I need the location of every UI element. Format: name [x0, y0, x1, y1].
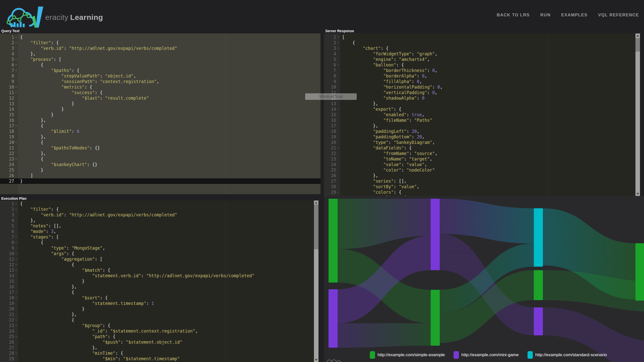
fold-arrow-icon[interactable]: ▾ [14, 123, 18, 129]
legend-item[interactable]: http://example.com/simple-example [370, 351, 445, 359]
fold-arrow-icon[interactable]: ▾ [14, 40, 18, 46]
nav-item-run[interactable]: RUN [540, 13, 551, 18]
fold-spacer [14, 312, 18, 317]
fold-arrow-icon[interactable]: ▾ [14, 62, 18, 68]
sankey-node-simple-example-step-4[interactable] [635, 243, 644, 301]
legend-item[interactable]: http://example.com/mini-game [454, 351, 519, 359]
code-text: "sessionPath": "context.registration", [18, 79, 159, 84]
nav-item-examples[interactable]: EXAMPLES [561, 13, 588, 18]
sankey-node-standard-scenario-step-3[interactable] [534, 208, 543, 267]
fold-arrow-icon[interactable]: ▾ [14, 34, 18, 40]
fold-arrow-icon[interactable]: ▾ [14, 295, 18, 301]
fold-arrow-icon[interactable]: ▾ [14, 201, 18, 207]
code-line: 28▾ "minTime": { [0, 350, 318, 356]
nav-item-back-to-lrs[interactable]: BACK TO LRS [497, 13, 530, 18]
fold-arrow-icon[interactable]: ▾ [14, 240, 18, 245]
fold-arrow-icon[interactable]: ▾ [336, 145, 340, 151]
fold-arrow-icon[interactable]: ▾ [14, 140, 18, 145]
fold-arrow-icon[interactable]: ▾ [14, 251, 18, 256]
code-text: { [18, 317, 74, 323]
line-number: 6 [12, 62, 14, 68]
sankey-node-mini-game-step-2[interactable] [431, 199, 440, 270]
fold-spacer [14, 134, 18, 140]
code-line: 25 } [0, 167, 320, 173]
chart-legend: http://example.com/simple-examplehttp://… [324, 351, 644, 360]
fold-arrow-icon[interactable]: ▾ [14, 350, 18, 356]
fold-arrow-icon[interactable]: ▾ [14, 323, 18, 328]
code-line: 28 "sortBy": "value", [324, 184, 640, 189]
code-line: 11▾ "aggregation": [ [0, 256, 318, 262]
vertical-scrollbar[interactable] [635, 33, 640, 196]
fold-arrow-icon[interactable]: ▾ [14, 156, 18, 162]
fold-arrow-icon[interactable]: ▾ [14, 68, 18, 73]
fold-arrow-icon[interactable]: ▾ [14, 334, 18, 339]
line-number: 3 [12, 212, 14, 218]
query-text-editor[interactable]: 1▾{2▾ "filter": {3 "verb.id": "http://ad… [0, 33, 320, 194]
scroll-down-icon[interactable] [315, 359, 317, 361]
fold-arrow-icon[interactable]: ▾ [336, 40, 340, 46]
line-number: 15 [331, 112, 336, 117]
fold-arrow-icon[interactable]: ▾ [336, 46, 340, 51]
legend-item[interactable]: http://example.com/standard-scenario [528, 351, 607, 359]
sankey-link[interactable] [338, 323, 431, 348]
fold-arrow-icon[interactable]: ▾ [336, 189, 340, 195]
code-line: 8▾ { [0, 240, 318, 245]
fold-arrow-icon[interactable]: ▾ [14, 262, 18, 267]
line-number: 9 [12, 79, 14, 84]
code-text: } [18, 167, 43, 173]
line-number: 1 [12, 201, 14, 207]
code-text: "$paths": { [18, 68, 79, 73]
sankey-node-simple-example-step-1[interactable] [329, 199, 338, 283]
scroll-up-icon[interactable] [315, 202, 317, 204]
fold-spacer [14, 223, 18, 229]
line-number: 10 [331, 84, 336, 90]
code-line: 21▾ "dataFields": { [324, 145, 640, 151]
nav-item-vql-reference[interactable]: VQL REFERENCE [598, 13, 639, 18]
fold-arrow-icon[interactable]: ▾ [14, 234, 18, 240]
fold-spacer [14, 339, 18, 345]
server-response-editor[interactable]: 1▾[2▾ {3▾ "chart": {4 "forWidgetType": "… [324, 33, 640, 196]
sankey-node-mini-game-step-1[interactable] [329, 289, 338, 348]
code-text: "borderAlpha": 0, [340, 73, 427, 79]
sankey-node-simple-example-step-3[interactable] [534, 270, 543, 300]
scroll-up-icon[interactable] [636, 35, 639, 36]
code-line: 4 "forWidgetType": "graph", [324, 51, 640, 57]
code-line: 13 }, [324, 101, 640, 106]
code-line: 25▾ "path": { [0, 334, 318, 339]
scrollbar-thumb[interactable] [635, 38, 640, 52]
fold-arrow-icon[interactable]: ▾ [336, 34, 340, 40]
fold-arrow-icon[interactable]: ▾ [14, 84, 18, 90]
scroll-down-icon[interactable] [636, 193, 639, 195]
fold-arrow-icon[interactable]: ▾ [336, 62, 340, 68]
legend-label: http://example.com/mini-game [461, 352, 519, 357]
scrollbar-thumb[interactable] [314, 205, 318, 249]
fold-arrow-icon[interactable]: ▾ [14, 207, 18, 212]
code-line: 14 } [0, 106, 320, 112]
v-check-icon [36, 7, 43, 28]
fold-arrow-icon[interactable]: ▾ [14, 90, 18, 95]
fold-arrow-icon[interactable]: ▾ [14, 256, 18, 262]
line-number: 5 [12, 57, 14, 62]
sankey-diagram [324, 196, 644, 362]
code-text: "fromName": "source", [340, 151, 437, 156]
vertical-scrollbar[interactable] [314, 200, 318, 362]
fold-arrow-icon[interactable]: ▾ [14, 317, 18, 323]
fold-arrow-icon[interactable]: ▾ [14, 57, 18, 62]
code-text: { [18, 201, 23, 207]
fold-spacer [14, 229, 18, 234]
line-number: 15 [9, 278, 14, 284]
execution-plan-editor[interactable]: 1▾{2▾ "filter": {3 "verb.id": "http://ad… [0, 200, 318, 362]
fold-arrow-icon[interactable]: ▾ [14, 267, 18, 273]
code-line: 12▾ { [0, 262, 318, 267]
sankey-node-simple-example-step-2[interactable] [431, 290, 440, 346]
fold-arrow-icon[interactable]: ▾ [336, 106, 340, 112]
code-line: 7 "borderThickness": 0, [324, 68, 640, 73]
sankey-node-mini-game-step-3[interactable] [534, 307, 543, 335]
line-number: 22 [9, 317, 14, 323]
code-text: { [340, 40, 355, 46]
fold-arrow-icon[interactable]: ▾ [14, 290, 18, 295]
code-line: 15 "enabled": true, [324, 112, 640, 117]
line-number: 20 [9, 306, 14, 312]
fold-spacer [336, 195, 340, 196]
veracity-logo-icon[interactable] [6, 3, 48, 28]
